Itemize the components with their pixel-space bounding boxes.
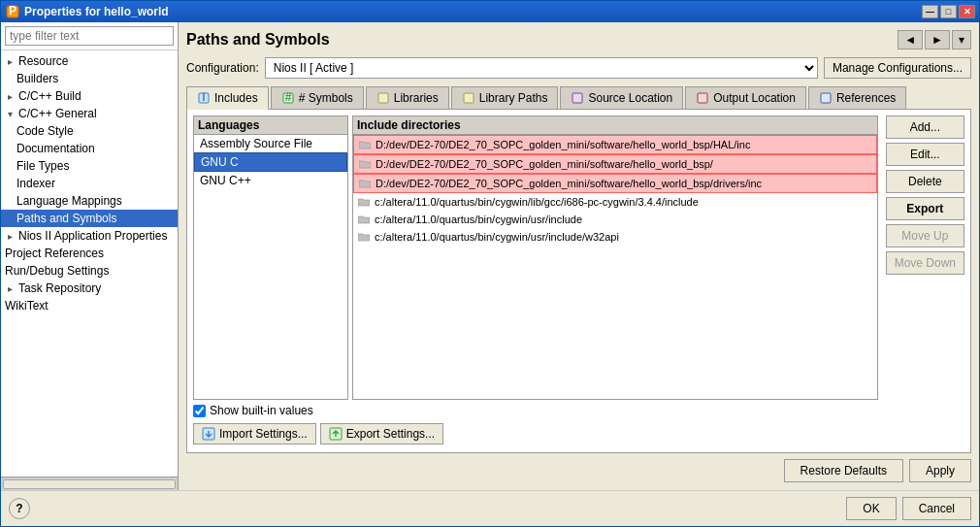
tab-output-location-label: Output Location (713, 91, 796, 105)
nav-forward-button[interactable]: ► (925, 30, 950, 49)
folder-icon (357, 230, 371, 244)
folder-icon (357, 195, 371, 209)
panel-title: Paths and Symbols (186, 31, 330, 49)
sidebar-item-task-repo[interactable]: ▸ Task Repository (1, 280, 178, 297)
import-settings-button[interactable]: Import Settings... (193, 423, 316, 445)
tab-symbols-label: # Symbols (299, 91, 353, 105)
filter-input[interactable] (5, 26, 174, 46)
delete-button[interactable]: Delete (886, 170, 964, 193)
sidebar-item-label: Builders (15, 72, 58, 85)
collapse-icon: ▾ (3, 107, 16, 120)
sidebar-item-documentation[interactable]: Documentation (1, 140, 178, 157)
tab-symbols[interactable]: # # Symbols (271, 86, 364, 109)
nav-menu-button[interactable]: ▾ (952, 30, 971, 49)
sidebar-item-wikitext[interactable]: WikiText (1, 297, 178, 314)
tab-library-paths[interactable]: Library Paths (451, 86, 559, 109)
tab-includes[interactable]: i Includes (186, 86, 269, 110)
export-icon (329, 427, 343, 441)
dir-item[interactable]: D:/dev/DE2-70/DE2_70_SOPC_golden_mini/so… (353, 154, 877, 174)
tab-source-location-label: Source Location (588, 91, 672, 105)
sidebar-item-indexer[interactable]: Indexer (1, 175, 178, 192)
tab-references[interactable]: References (808, 86, 906, 109)
bottom-row: Show built-in values (193, 400, 964, 421)
dir-item[interactable]: c:/altera/11.0/quartus/bin/cygwin/lib/gc… (353, 193, 877, 211)
sidebar-item-builders[interactable]: Builders (1, 70, 178, 87)
sidebar-item-label: File Types (15, 159, 69, 173)
svg-rect-9 (698, 93, 707, 103)
maximize-button[interactable]: □ (940, 5, 957, 18)
expand-icon: ▸ (3, 281, 16, 295)
main-footer: ? OK Cancel (1, 490, 979, 526)
export-settings-button[interactable]: Export Settings... (320, 423, 443, 445)
lang-item-gnu-c[interactable]: GNU C (194, 152, 347, 172)
svg-text:P: P (9, 5, 16, 17)
expand-icon: ▸ (3, 89, 16, 103)
show-builtin-label: Show built-in values (210, 404, 313, 417)
symbols-icon: # (281, 91, 295, 105)
nav-back-button[interactable]: ◄ (898, 30, 923, 49)
move-up-button[interactable]: Move Up (886, 224, 964, 247)
move-down-button[interactable]: Move Down (886, 251, 964, 275)
sidebar-item-label: Documentation (15, 142, 95, 155)
svg-rect-6 (378, 93, 388, 103)
dir-item[interactable]: c:/altera/11.0/quartus/bin/cygwin/usr/in… (353, 228, 877, 246)
import-settings-label: Import Settings... (219, 427, 308, 441)
sidebar-item-label: Task Repository (16, 281, 101, 295)
languages-panel: Languages Assembly Source File GNU C GNU… (193, 115, 348, 400)
content-area: Languages Assembly Source File GNU C GNU… (193, 115, 964, 400)
folder-icon (358, 157, 372, 171)
lang-label: GNU C++ (200, 174, 251, 187)
tab-source-location[interactable]: Source Location (560, 86, 683, 109)
config-select[interactable]: Nios II [ Active ] (265, 57, 818, 79)
lang-item-assembly[interactable]: Assembly Source File (194, 135, 347, 152)
sidebar-item-project-refs[interactable]: Project References (1, 245, 178, 262)
sidebar-item-label: Nios II Application Properties (16, 229, 167, 243)
sidebar-item-language-mappings[interactable]: Language Mappings (1, 192, 178, 210)
ok-button[interactable]: OK (846, 497, 896, 520)
footer-right: OK Cancel (846, 497, 971, 520)
sidebar-item-file-types[interactable]: File Types (1, 157, 178, 175)
show-builtin-checkbox[interactable] (193, 405, 206, 417)
sidebar-item-nios-app[interactable]: ▸ Nios II Application Properties (1, 227, 178, 245)
tab-libraries[interactable]: Libraries (366, 86, 449, 109)
right-panel: Paths and Symbols ◄ ► ▾ Configuration: N… (179, 22, 979, 490)
tab-content: Languages Assembly Source File GNU C GNU… (186, 110, 971, 453)
sidebar-item-run-debug[interactable]: Run/Debug Settings (1, 262, 178, 280)
close-button[interactable]: ✕ (959, 5, 975, 18)
dir-item[interactable]: D:/dev/DE2-70/DE2_70_SOPC_golden_mini/so… (353, 174, 877, 193)
dir-item[interactable]: c:/altera/11.0/quartus/bin/cygwin/usr/in… (353, 211, 877, 228)
edit-button[interactable]: Edit... (886, 143, 964, 166)
dir-path: c:/altera/11.0/quartus/bin/cygwin/usr/in… (375, 214, 582, 225)
sidebar-item-label: Indexer (15, 177, 55, 190)
sidebar-item-resource[interactable]: ▸ Resource (1, 52, 178, 70)
minimize-button[interactable]: — (922, 5, 938, 18)
panel-footer-buttons: Restore Defaults Apply (186, 453, 971, 482)
dir-path: c:/altera/11.0/quartus/bin/cygwin/usr/in… (375, 231, 619, 243)
cancel-button[interactable]: Cancel (902, 497, 971, 520)
manage-configurations-button[interactable]: Manage Configurations... (824, 57, 971, 79)
tree-area: ▸ Resource Builders ▸ C/C++ Build (1, 49, 178, 477)
svg-rect-8 (572, 93, 582, 103)
languages-header: Languages (194, 116, 347, 135)
sidebar-scrollbar[interactable] (1, 477, 178, 490)
restore-defaults-button[interactable]: Restore Defaults (784, 459, 903, 482)
sidebar-item-label: C/C++ General (16, 107, 97, 120)
help-button[interactable]: ? (9, 498, 30, 519)
svg-text:#: # (284, 92, 291, 104)
sidebar-item-cpp-build[interactable]: ▸ C/C++ Build (1, 87, 178, 105)
dir-item[interactable]: D:/dev/DE2-70/DE2_70_SOPC_golden_mini/so… (353, 135, 877, 154)
sidebar-item-paths-symbols[interactable]: Paths and Symbols (1, 210, 178, 227)
sidebar-item-cpp-general[interactable]: ▾ C/C++ General (1, 105, 178, 122)
sidebar-item-label: Run/Debug Settings (3, 264, 109, 278)
sidebar-item-code-style[interactable]: Code Style (1, 122, 178, 140)
add-button[interactable]: Add... (886, 115, 964, 139)
lang-item-gnu-cpp[interactable]: GNU C++ (194, 172, 347, 189)
sidebar-item-label: Language Mappings (15, 194, 122, 208)
tab-includes-label: Includes (214, 91, 258, 105)
references-icon (819, 91, 833, 105)
window-controls: — □ ✕ (922, 5, 975, 18)
export-settings-label: Export Settings... (346, 427, 435, 441)
apply-button[interactable]: Apply (909, 459, 971, 482)
export-button[interactable]: Export (886, 197, 964, 220)
tab-output-location[interactable]: Output Location (685, 86, 806, 109)
